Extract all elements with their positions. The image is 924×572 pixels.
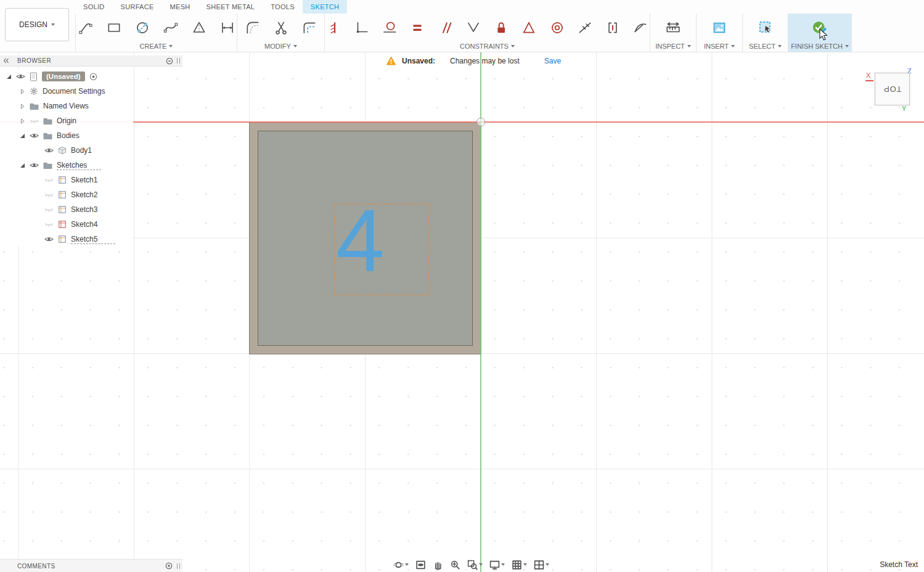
chevron-down-icon	[51, 23, 55, 26]
line-tool-button[interactable]	[76, 18, 95, 37]
midpoint-constraint-button[interactable]	[604, 18, 622, 37]
trim-tool-button[interactable]	[272, 18, 290, 37]
visibility-eye-icon[interactable]	[30, 161, 39, 169]
tab-sketch[interactable]: SKETCH	[303, 0, 347, 14]
panel-grip[interactable]	[177, 563, 180, 569]
browser-item-bodies[interactable]: Bodies	[0, 128, 133, 143]
workspace-selector[interactable]: DESIGN	[5, 8, 69, 41]
polygon-tool-button[interactable]	[190, 18, 208, 37]
finish-sketch-button[interactable]	[811, 18, 829, 37]
collapse-all-icon[interactable]	[166, 57, 173, 65]
visibility-eye-icon[interactable]	[16, 73, 25, 80]
display-settings-button[interactable]	[488, 559, 506, 571]
measure-tool-button[interactable]	[664, 18, 682, 37]
inspect-dropdown[interactable]: INSPECT	[650, 41, 696, 51]
expand-arrow-icon[interactable]	[20, 163, 25, 168]
zoom-window-button[interactable]	[466, 559, 484, 571]
sketch-text-selection-box[interactable]: 4	[334, 203, 429, 295]
toolbar-group-select: SELECT	[743, 14, 788, 52]
curvature-constraint-button[interactable]	[632, 18, 650, 37]
tab-surface[interactable]: SURFACE	[113, 0, 162, 14]
sketch-dimension-tool-button[interactable]	[218, 18, 237, 37]
browser-item-sketch3[interactable]: Sketch3	[0, 202, 133, 217]
browser-item-sketch2[interactable]: Sketch2	[0, 187, 133, 202]
select-tool-button[interactable]	[756, 18, 775, 37]
sketch-text[interactable]: 4	[336, 194, 385, 287]
toolbar-group-create: CREATE	[75, 14, 237, 52]
visibility-eye-icon[interactable]	[44, 235, 54, 243]
visibility-eye-icon[interactable]	[44, 147, 54, 154]
spline-tool-button[interactable]	[161, 18, 180, 37]
expand-arrow-icon[interactable]	[20, 89, 25, 94]
orbit-button[interactable]	[392, 559, 410, 571]
constraints-dropdown[interactable]: CONSTRAINTS	[325, 41, 650, 51]
viewports-button[interactable]	[533, 559, 550, 571]
chevron-down-icon	[169, 45, 173, 47]
parallel-constraint-button[interactable]	[436, 18, 454, 37]
expand-arrow-icon[interactable]	[20, 104, 25, 109]
browser-item-named-views[interactable]: Named Views	[0, 99, 133, 113]
browser-item-body1[interactable]: Body1	[0, 143, 133, 158]
tab-tools[interactable]: TOOLS	[263, 0, 303, 14]
perpendicular-constraint-button[interactable]	[464, 18, 482, 37]
equal-constraint-button[interactable]	[409, 18, 427, 37]
fix-constraint-button[interactable]	[493, 18, 510, 37]
browser-item-root[interactable]: (Unsaved)	[0, 69, 133, 84]
unsaved-warning-bar: Unsaved: Changes may be lost Save	[386, 55, 561, 66]
browser-item-origin[interactable]: Origin	[0, 113, 133, 128]
expand-arrow-icon[interactable]	[20, 118, 25, 124]
tab-mesh[interactable]: MESH	[162, 0, 198, 14]
visibility-eye-off-icon[interactable]	[44, 221, 54, 228]
visibility-eye-off-icon[interactable]	[44, 176, 54, 184]
collinear-constraint-button[interactable]	[576, 18, 594, 37]
look-at-button[interactable]	[414, 559, 427, 571]
rectangle-tool-button[interactable]	[105, 18, 123, 37]
viewcube[interactable]: TOP	[875, 73, 910, 105]
body-face[interactable]: 4	[249, 122, 481, 354]
browser-item-sketches[interactable]: Sketches	[0, 158, 133, 173]
select-dropdown[interactable]: SELECT	[743, 41, 788, 51]
insert-dropdown[interactable]: INSERT	[697, 41, 742, 51]
visibility-eye-icon[interactable]	[30, 132, 39, 139]
modify-label: MODIFY	[264, 43, 291, 50]
collapse-browser-icon[interactable]	[3, 58, 9, 63]
modify-dropdown[interactable]: MODIFY	[237, 41, 324, 51]
y-axis-line	[480, 52, 481, 572]
finish-sketch-dropdown[interactable]: FINISH SKETCH	[788, 41, 851, 51]
comments-bar[interactable]: COMMENTS	[0, 559, 182, 572]
tangent-constraint-button[interactable]	[381, 18, 399, 37]
finish-sketch-label: FINISH SKETCH	[791, 43, 843, 50]
toolbar-group-insert: INSERT	[697, 14, 743, 52]
browser-item-sketch5[interactable]: Sketch5	[0, 232, 133, 247]
browser-item-document-settings[interactable]: Document Settings	[0, 84, 133, 99]
x-axis-line	[0, 121, 924, 123]
panel-grip[interactable]	[177, 58, 180, 63]
origin-point[interactable]	[476, 118, 485, 126]
horizontal-vertical-constraint-button[interactable]	[353, 18, 370, 37]
browser-item-sketch4[interactable]: Sketch4	[0, 217, 133, 232]
insert-image-button[interactable]	[710, 18, 729, 37]
visibility-eye-off-icon[interactable]	[44, 206, 54, 213]
circle-tool-button[interactable]	[133, 18, 152, 37]
visibility-eye-off-icon[interactable]	[44, 191, 54, 198]
browser-item-sketch1[interactable]: Sketch1	[0, 173, 133, 187]
fusion-window: 4 SOLID SURFACE MESH SHEET METAL TOOLS S…	[0, 0, 924, 572]
visibility-eye-off-icon[interactable]	[30, 117, 39, 125]
fillet-tool-button[interactable]	[243, 18, 262, 37]
save-link[interactable]: Save	[544, 57, 561, 65]
symmetry-constraint-button[interactable]	[520, 18, 538, 37]
create-dropdown[interactable]: CREATE	[76, 41, 237, 51]
tab-sheet-metal[interactable]: SHEET METAL	[198, 0, 263, 14]
activate-radio-icon[interactable]	[89, 73, 97, 81]
coincident-constraint-button[interactable]	[325, 18, 343, 37]
zoom-button[interactable]	[449, 559, 462, 571]
grid-display-button[interactable]	[510, 559, 528, 571]
concentric-constraint-button[interactable]	[548, 18, 566, 37]
tab-solid[interactable]: SOLID	[75, 0, 113, 14]
expand-arrow-icon[interactable]	[6, 74, 12, 80]
expand-arrow-icon[interactable]	[20, 133, 25, 139]
add-comment-icon[interactable]	[165, 562, 173, 570]
offset-tool-button[interactable]	[300, 18, 319, 37]
viewcube-x-axis-tick	[865, 80, 873, 81]
pan-button[interactable]	[431, 559, 444, 571]
